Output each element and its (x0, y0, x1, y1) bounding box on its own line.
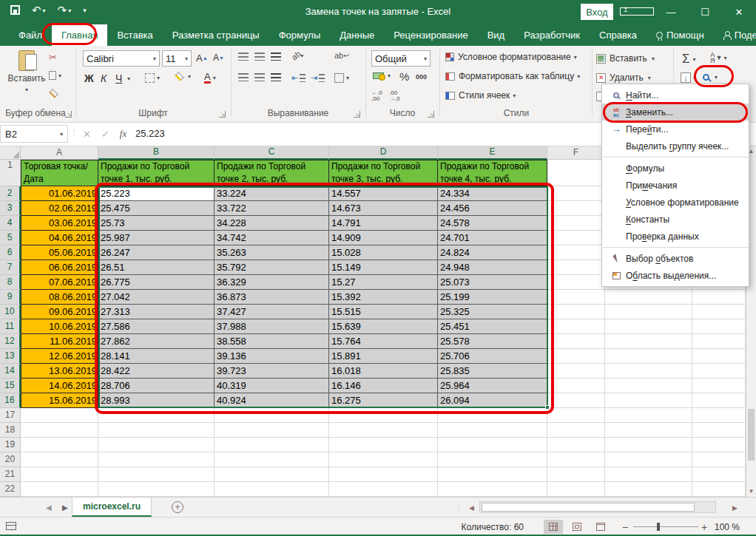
cell-D14[interactable]: 16.018 (329, 364, 438, 379)
cell-C2[interactable]: 33.224 (215, 186, 329, 201)
cell-F[interactable] (547, 201, 605, 216)
scroll-down-icon[interactable]: ▼ (746, 488, 756, 495)
row-header-22[interactable]: 22 (0, 482, 21, 497)
macro-record-icon[interactable] (6, 522, 16, 530)
cell-D[interactable] (329, 452, 438, 467)
zoom-out-icon[interactable]: − (622, 521, 628, 533)
grow-font-icon[interactable]: A▲ (196, 52, 208, 64)
cell-F[interactable] (547, 160, 605, 186)
cell-E11[interactable]: 25.451 (438, 319, 547, 334)
cell-G[interactable] (605, 305, 692, 319)
zoom-slider-thumb[interactable] (657, 523, 660, 531)
cell-B[interactable] (98, 438, 215, 452)
decrease-decimal-icon[interactable]: .00→,0 (389, 90, 400, 102)
cell-E[interactable] (438, 438, 547, 452)
row-header-21[interactable]: 21 (0, 467, 21, 482)
cell-F[interactable] (547, 319, 605, 334)
cell-G[interactable] (605, 423, 692, 438)
insert-cells-button[interactable]: Вставить▾ (596, 53, 655, 64)
cell-C1-series-header[interactable]: Продажи по Торговой точке 2, тыс. руб. (215, 160, 329, 186)
cell-A14-date[interactable]: 13.06.2019 (21, 364, 98, 379)
delete-cells-button[interactable]: Удалить▾ (596, 72, 651, 83)
formula-input[interactable]: 25.223 (135, 128, 165, 139)
find-select-button[interactable]: ▾ (703, 74, 718, 81)
fill-color-icon[interactable]: ▾ (175, 73, 191, 80)
page-break-view-button[interactable] (591, 520, 610, 534)
cell-F[interactable] (547, 290, 605, 305)
number-format-combo[interactable]: Общий▾ (371, 50, 431, 67)
cell-F[interactable] (547, 305, 605, 319)
save-icon[interactable] (10, 4, 20, 17)
tab-assistant[interactable]: Помощн (647, 24, 714, 46)
cell-C6[interactable]: 35.263 (215, 245, 329, 260)
cell-F[interactable] (547, 364, 605, 379)
redo-icon[interactable]: ↷▾ (58, 4, 72, 17)
insert-function-icon[interactable]: fx (120, 128, 126, 140)
paste-button[interactable]: Вставить▾ (7, 50, 46, 94)
cell-A[interactable] (21, 423, 98, 438)
cell-A6-date[interactable]: 05.06.2019 (21, 245, 98, 260)
cell-A[interactable] (21, 438, 98, 452)
cell-B4[interactable]: 25.73 (98, 216, 215, 231)
copy-icon[interactable]: ▾ (49, 71, 61, 80)
cell-E[interactable] (438, 467, 547, 482)
cell-A1-corner-header[interactable]: Торговая точка/ Дата (21, 160, 98, 186)
font-dialog-launcher-icon[interactable] (219, 111, 226, 118)
fill-button[interactable]: ↓▾ (681, 72, 696, 83)
cell-D7[interactable]: 15.149 (329, 260, 438, 275)
cell-B12[interactable]: 27.862 (98, 334, 215, 349)
vertical-scroll-thumb[interactable] (748, 409, 755, 461)
tab-review[interactable]: Рецензирование (384, 24, 477, 46)
cell-A9-date[interactable]: 08.06.2019 (21, 290, 98, 305)
hscroll-right-icon[interactable]: ▶ (732, 504, 738, 512)
menu-item-условноеформатирование[interactable]: Условное форматирование (602, 194, 749, 211)
font-name-combo[interactable]: Calibri▾ (83, 50, 160, 67)
cell-D16[interactable]: 16.275 (329, 393, 438, 408)
menu-item-формулы[interactable]: Формулы (602, 160, 749, 177)
cell-A[interactable] (21, 408, 98, 423)
row-header-7[interactable]: 7 (0, 260, 21, 275)
tab-data[interactable]: Данные (330, 24, 384, 46)
cell-E5[interactable]: 24.701 (438, 231, 547, 245)
column-header-B[interactable]: B (98, 146, 215, 160)
cell-F[interactable] (547, 260, 605, 275)
menu-item-найти[interactable]: Найти... (602, 86, 749, 104)
cell-D1-series-header[interactable]: Продажи по Торговой точке 3, тыс. руб. (329, 160, 438, 186)
cell-F[interactable] (547, 467, 605, 482)
accounting-format-icon[interactable]: ▾ (373, 72, 391, 79)
cell-E12[interactable]: 25.578 (438, 334, 547, 349)
menu-item-константы[interactable]: Константы (602, 211, 749, 228)
cell-F[interactable] (547, 216, 605, 231)
cell-C8[interactable]: 36.329 (215, 275, 329, 290)
cell-D10[interactable]: 15.515 (329, 305, 438, 319)
cell-C12[interactable]: 38.558 (215, 334, 329, 349)
sheet-next-icon[interactable]: ▶ (62, 503, 68, 512)
cell-G[interactable] (605, 452, 692, 467)
tab-view[interactable]: Вид (478, 24, 515, 46)
cell-D8[interactable]: 15.27 (329, 275, 438, 290)
cell-B3[interactable]: 25.475 (98, 201, 215, 216)
cell-A5-date[interactable]: 04.06.2019 (21, 231, 98, 245)
cell-C[interactable] (215, 438, 329, 452)
cell-B5[interactable]: 25.987 (98, 231, 215, 245)
tab-developer[interactable]: Разработчик (514, 24, 590, 46)
cell-G[interactable] (605, 408, 692, 423)
cell-D9[interactable]: 15.392 (329, 290, 438, 305)
clipboard-dialog-launcher-icon[interactable] (65, 111, 72, 118)
cell-F[interactable] (547, 452, 605, 467)
align-right-icon[interactable] (271, 73, 281, 81)
page-layout-view-button[interactable] (567, 520, 587, 534)
sheet-tab-active[interactable]: microexcel.ru (72, 498, 152, 517)
format-as-table-button[interactable]: Форматировать как таблицу▾ (445, 71, 580, 81)
zoom-level[interactable]: 100 % (715, 522, 740, 532)
minimize-icon[interactable]: — (654, 7, 688, 18)
cell-D11[interactable]: 15.639 (329, 319, 438, 334)
cell-B6[interactable]: 26.247 (98, 245, 215, 260)
cell-H[interactable] (692, 438, 746, 452)
cell-C5[interactable]: 34.742 (215, 231, 329, 245)
confirm-entry-icon[interactable]: ✓ (101, 129, 109, 140)
cell-F[interactable] (547, 423, 605, 438)
cell-F[interactable] (547, 349, 605, 364)
align-top-icon[interactable] (238, 52, 249, 61)
increase-decimal-icon[interactable]: ←.0,00 (371, 90, 382, 102)
